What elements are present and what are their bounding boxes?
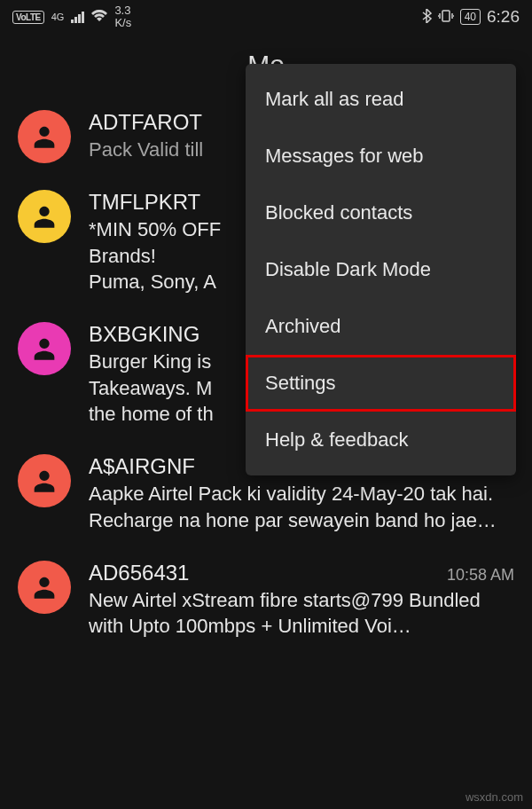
sender-name: AD656431 <box>89 561 189 585</box>
menu-disable-dark-mode[interactable]: Disable Dark Mode <box>246 241 516 298</box>
person-icon <box>29 334 59 364</box>
menu-mark-all-read[interactable]: Mark all as read <box>246 71 516 128</box>
menu-settings[interactable]: Settings <box>246 355 516 412</box>
menu-messages-for-web[interactable]: Messages for web <box>246 128 516 185</box>
avatar <box>18 454 71 507</box>
network-label: 4G <box>51 12 65 22</box>
status-left: VoLTE 4G 3.3K/s <box>12 4 131 30</box>
clock: 6:26 <box>487 7 520 27</box>
volte-badge: VoLTE <box>12 11 44 24</box>
message-time: 10:58 AM <box>447 566 514 585</box>
message-snippet: New Airtel xStream fibre starts@799 Bund… <box>89 587 514 640</box>
person-icon <box>29 572 59 602</box>
conversation-item[interactable]: AD656431 10:58 AM New Airtel xStream fib… <box>18 546 514 652</box>
vibrate-icon <box>438 9 454 26</box>
avatar <box>18 561 71 614</box>
status-bar: VoLTE 4G 3.3K/s 40 6:26 <box>0 0 532 34</box>
signal-icon <box>71 11 84 23</box>
watermark: wsxdn.com <box>466 790 523 804</box>
network-speed: 3.3K/s <box>114 4 131 30</box>
avatar <box>18 322 71 375</box>
svg-rect-0 <box>442 11 450 21</box>
message-snippet: Aapke Airtel Pack ki validity 24-May-20 … <box>89 481 514 533</box>
wifi-icon <box>91 10 107 25</box>
avatar <box>18 110 71 163</box>
status-right: 40 6:26 <box>421 7 520 27</box>
menu-archived[interactable]: Archived <box>246 298 516 355</box>
person-icon <box>29 201 59 232</box>
bluetooth-icon <box>421 9 432 26</box>
menu-blocked-contacts[interactable]: Blocked contacts <box>246 185 516 241</box>
menu-help-feedback[interactable]: Help & feedback <box>246 412 516 468</box>
battery-indicator: 40 <box>460 9 481 25</box>
avatar <box>18 190 71 243</box>
person-icon <box>29 122 59 152</box>
overflow-menu: Mark all as read Messages for web Blocke… <box>246 64 516 475</box>
person-icon <box>29 466 59 496</box>
conversation-body: AD656431 10:58 AM New Airtel xStream fib… <box>89 561 514 640</box>
